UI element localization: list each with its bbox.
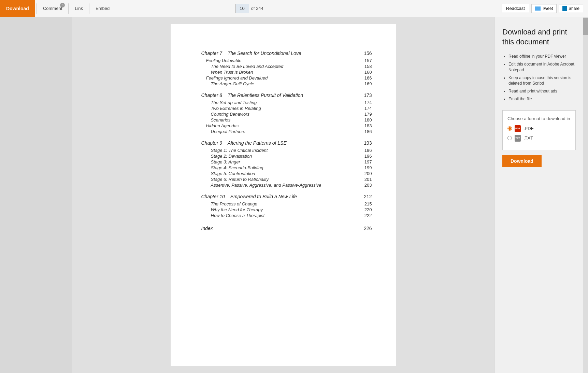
panel-download-button[interactable]: Download (502, 155, 542, 167)
share-label: Share (569, 6, 579, 11)
format-box: Choose a format to download in PDF .PDF … (502, 110, 576, 150)
entry-page: 196 (362, 154, 372, 159)
chapter-label: Chapter 10 (201, 194, 225, 199)
entry-title: The Process of Change (201, 201, 258, 206)
entry-title: The Anger-Guilt Cycle (201, 81, 254, 86)
toc-entry: Stage 3: Anger197 (201, 159, 372, 164)
toc-entry: Two Extremes in Relating174 (201, 106, 372, 111)
chapter-title: Empowered to Build a New Life (230, 194, 297, 199)
txt-option[interactable]: TXT .TXT (507, 135, 571, 142)
chapter-page: 156 (362, 51, 372, 56)
tweet-button[interactable]: Tweet (531, 4, 557, 13)
readcast-button[interactable]: Readcast (502, 4, 529, 13)
toc-entry: Stage 5: Confrontation200 (201, 171, 372, 176)
toolbar: Download Comment 0 Link Embed of 244 Rea… (0, 0, 588, 17)
comment-button[interactable]: Comment 0 (38, 0, 67, 17)
page-navigation: of 244 (235, 4, 263, 13)
pdf-icon: PDF (515, 125, 521, 132)
scrollbar-thumb[interactable] (583, 18, 588, 35)
entry-title: Stage 3: Anger (201, 159, 240, 164)
entry-page: 160 (362, 70, 372, 75)
entry-title: Feeling Unlovable (201, 58, 242, 63)
separator-3 (89, 3, 89, 14)
txt-icon: TXT (515, 135, 521, 142)
separator-2 (68, 3, 69, 14)
page-content-area: Chapter 7The Search for Unconditional Lo… (171, 24, 396, 366)
entry-page: 215 (362, 201, 372, 206)
twitter-icon (535, 6, 541, 11)
toc-chapter-row: Chapter 9Altering the Patterns of LSE193 (201, 140, 372, 146)
panel-benefits-list: Read offline in your PDF viewerEdit this… (502, 54, 576, 102)
link-button[interactable]: Link (70, 0, 88, 17)
toc-entry: The Set-up and Testing174 (201, 100, 372, 105)
entry-title: Assertive, Passive, Aggressive, and Pass… (201, 183, 321, 188)
toc-entry: Stage 6: Return to Rationality201 (201, 177, 372, 182)
toc-chapter-row: Chapter 8The Relentless Pursuit of Valid… (201, 92, 372, 98)
pdf-radio[interactable] (507, 126, 512, 131)
benefit-item: Edit this document in Adobe Acrobat, Not… (508, 61, 576, 73)
entry-title: Stage 1: The Critical Incident (201, 148, 268, 153)
entry-page: 174 (362, 100, 372, 105)
entry-title: The Set-up and Testing (201, 100, 257, 105)
toc-entry: The Process of Change215 (201, 201, 372, 206)
entry-page: 203 (362, 183, 372, 188)
right-toolbar: Readcast Tweet Share (499, 4, 588, 13)
toc-entry: Why the Need for Therapy220 (201, 207, 372, 212)
download-button[interactable]: Download (0, 0, 35, 17)
entry-page: 183 (362, 123, 372, 128)
page-total: of 244 (251, 6, 263, 11)
chapter-label: Chapter 8 (201, 92, 222, 98)
page-number-input[interactable] (235, 4, 249, 13)
toc-entry: Stage 1: The Critical Incident196 (201, 148, 372, 153)
entry-page: 166 (362, 75, 372, 81)
format-box-title: Choose a format to download in (507, 116, 571, 121)
benefit-item: Read offline in your PDF viewer (508, 54, 576, 59)
entry-page: 197 (362, 159, 372, 164)
entry-title: Stage 6: Return to Rationality (201, 177, 269, 182)
separator-1 (37, 3, 37, 14)
toc-entry: How to Choose a Therapist222 (201, 213, 372, 218)
entry-page: 179 (362, 112, 372, 117)
toc-entry: Feeling Unlovable157 (201, 58, 372, 63)
chapter-page: 193 (362, 140, 372, 146)
toc-entry: Stage 2: Devastation196 (201, 154, 372, 159)
entry-page: 200 (362, 171, 372, 176)
chapter-title: The Relentless Pursuit of Validation (228, 92, 303, 98)
toc-entry: Hidden Agendas183 (201, 123, 372, 128)
entry-page: 158 (362, 64, 372, 69)
entry-title: The Need to Be Loved and Accepted (201, 64, 284, 69)
toc-entry: Feelings Ignored and Devalued166 (201, 75, 372, 81)
left-sidebar (0, 17, 72, 373)
benefit-item: Email the file (508, 96, 576, 102)
comment-badge: 0 (60, 3, 65, 8)
entry-title: When Trust is Broken (201, 70, 253, 75)
toc-chapter-row: Chapter 7The Search for Unconditional Lo… (201, 51, 372, 56)
entry-page: 174 (362, 106, 372, 111)
separator-4 (116, 3, 116, 14)
entry-title: Why the Need for Therapy (201, 207, 263, 212)
embed-button[interactable]: Embed (91, 0, 114, 17)
main-content: Chapter 7The Search for Unconditional Lo… (0, 17, 583, 373)
entry-title: How to Choose a Therapist (201, 213, 265, 218)
entry-page: 220 (362, 207, 372, 212)
share-button[interactable]: Share (559, 4, 583, 13)
index-label: Index (201, 226, 213, 231)
entry-page: 186 (362, 129, 372, 134)
pdf-label: .PDF (524, 126, 534, 131)
chapter-title: Altering the Patterns of LSE (228, 140, 287, 146)
download-panel: Download and print this document Read of… (494, 17, 583, 373)
entry-title: Scenarios (201, 117, 231, 123)
entry-title: Hidden Agendas (201, 123, 239, 128)
chapter-page: 173 (362, 92, 372, 98)
linkedin-icon (562, 6, 567, 11)
panel-title: Download and print this document (502, 27, 576, 47)
pdf-option[interactable]: PDF .PDF (507, 125, 571, 132)
chapter-page: 212 (362, 194, 372, 199)
txt-radio[interactable] (507, 136, 512, 140)
toc-entry: When Trust is Broken160 (201, 70, 372, 75)
index-page: 226 (362, 226, 372, 231)
toc-entry: The Need to Be Loved and Accepted158 (201, 64, 372, 69)
toc-entry: Scenarios180 (201, 117, 372, 123)
toc-entry: Counting Behaviors179 (201, 112, 372, 117)
entry-title: Unequal Partners (201, 129, 245, 134)
